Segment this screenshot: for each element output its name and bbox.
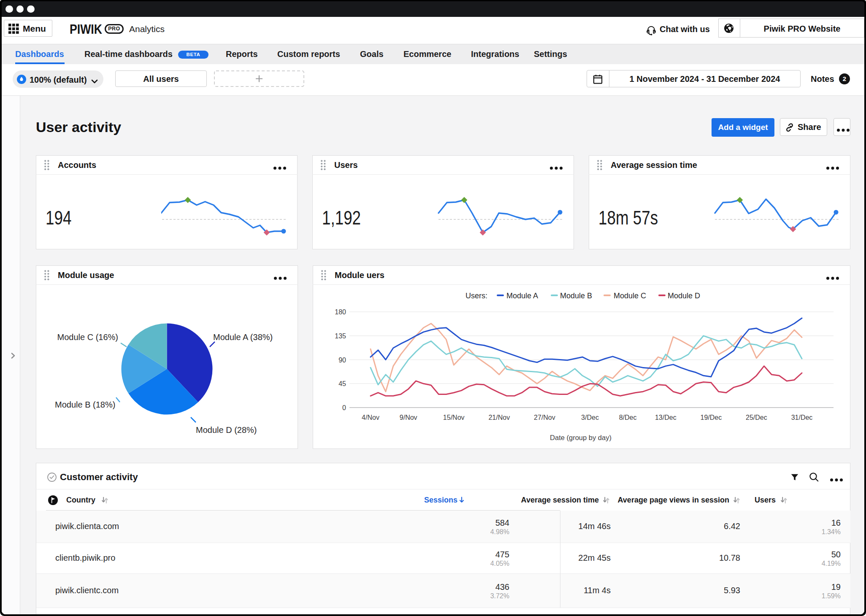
svg-text:8/Dec: 8/Dec [619, 414, 637, 421]
svg-text:135: 135 [335, 332, 346, 340]
svg-text:3/Dec: 3/Dec [581, 414, 599, 421]
svg-text:0: 0 [342, 404, 346, 411]
svg-text:21/Nov: 21/Nov [488, 414, 510, 421]
svg-text:15/Nov: 15/Nov [443, 414, 465, 421]
svg-text:Date (group by day): Date (group by day) [550, 434, 612, 441]
svg-text:4/Nov: 4/Nov [362, 414, 379, 421]
svg-text:90: 90 [338, 357, 346, 364]
svg-text:27/Nov: 27/Nov [534, 414, 555, 421]
svg-text:19/Dec: 19/Dec [701, 414, 722, 421]
svg-text:31/Dec: 31/Dec [791, 414, 813, 421]
svg-text:25/Dec: 25/Dec [746, 414, 767, 421]
svg-text:180: 180 [335, 308, 346, 316]
svg-text:9/Nov: 9/Nov [400, 414, 417, 421]
svg-text:13/Dec: 13/Dec [655, 414, 677, 421]
svg-text:45: 45 [338, 380, 346, 387]
